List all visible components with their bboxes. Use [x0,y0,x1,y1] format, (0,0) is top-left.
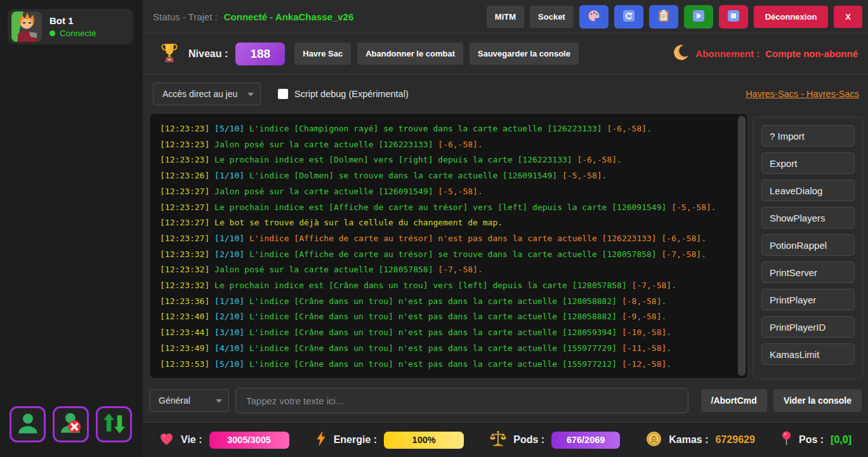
pods-badge: 676/2069 [551,432,620,449]
clipboard-button[interactable] [649,5,678,29]
console-log: [12:23:23] [5/10] L'indice [Champignon r… [150,114,736,378]
clipboard-icon [658,10,669,24]
vie-badge: 3005/3005 [209,432,289,449]
person-remove-icon [59,411,83,437]
sidebar-actions [10,406,132,442]
play-icon [692,10,705,24]
close-window-button[interactable]: X [834,6,862,28]
abandonner-combat-button[interactable]: Abandonner le combat [357,43,463,65]
add-player-button[interactable] [10,406,46,442]
script-debug-checkbox[interactable] [278,89,288,99]
havres-sacs-link[interactable]: Havres-Sacs - Havres-Sacs [746,89,859,99]
bot-status: Connecté [60,29,96,38]
topbar: Status - Trajet : Connecté - AnkaChasse_… [143,0,868,34]
command-button-leavedialog[interactable]: LeaveDialog [761,180,855,201]
chat-channel-value: Général [159,395,190,406]
abonnement-value: Compte non-abonné [765,48,858,59]
pods-group: Pods : 676/2069 [490,430,620,449]
command-button-printserver[interactable]: PrintServer [761,262,855,283]
trophy-icon [161,43,178,65]
app-window: Bot 1 Connecté [0,0,868,457]
deconnexion-button[interactable]: Déconnexion [754,6,829,28]
access-mode-value: Accès direct au jeu [162,89,237,99]
sauvegarder-console-button[interactable]: Sauvegarder la console [470,43,579,65]
kamas-group: Kamas : 6729629 [646,431,755,449]
bot-info: Bot 1 Connecté [49,15,96,38]
command-button-export[interactable]: Export [761,152,855,174]
console-line: [12:23:23] Jalon posé sur la carte actue… [160,137,736,153]
console-line: [12:23:32] [2/10] L'indice [Affiche de c… [160,247,736,263]
console-line: [12:23:23] [5/10] L'indice [Champignon r… [160,121,736,137]
chevron-down-icon [216,399,222,403]
console-line: [12:23:44] [3/10] L'indice [Crâne dans u… [160,325,736,341]
refresh-icon [622,10,635,24]
status-bar: Vie : 3005/3005 Energie : 100% [143,422,868,457]
row2-buttons: Havre Sac Abandonner le combat Sauvegard… [294,43,579,65]
console-line: [12:23:53] [5/10] L'indice [Crâne dans u… [160,357,736,373]
pos-group: Pos : [0,0] [781,431,852,449]
stop-icon [727,10,740,24]
stop-button[interactable] [719,5,748,29]
console-panel: [12:23:23] [5/10] L'indice [Champignon r… [149,113,748,379]
scales-icon [490,430,506,449]
energie-group: Energie : 100% [315,431,464,449]
havre-sac-button[interactable]: Havre Sac [294,43,351,65]
command-button-printplayerid[interactable]: PrintPlayerID [761,316,855,338]
options-row: Accès direct au jeu Script debug (Expéri… [143,74,868,113]
energie-label: Energie : [334,434,377,446]
sidebar: Bot 1 Connecté [0,0,143,457]
command-button-import[interactable]: ? Import [761,125,855,147]
command-button-printplayer[interactable]: PrintPlayer [761,289,855,310]
vie-group: Vie : 3005/3005 [159,432,289,449]
chevron-down-icon [247,93,254,96]
abonnement-group: Abonnement : Compte non-abonné [674,44,858,63]
bot-card[interactable]: Bot 1 Connecté [8,9,133,44]
main-area: Status - Trajet : Connecté - AnkaChasse_… [143,0,868,457]
command-panel: ? ImportExportLeaveDialogShowPlayersPoti… [753,117,863,379]
lightning-icon [315,431,327,449]
vider-console-button[interactable]: Vider la console [773,389,862,412]
status-dot [49,30,55,36]
palette-icon [588,10,600,24]
console-line: [12:23:27] Le bot se trouve déjà sur la … [160,215,736,231]
coin-icon [646,431,662,449]
avatar [11,11,42,42]
status-trajet-label: Status - Trajet : [153,11,218,22]
socket-button[interactable]: Socket [530,6,574,28]
console-scrollbar[interactable] [737,115,746,377]
kamas-value: 6729629 [716,434,755,446]
theme-button[interactable] [579,5,608,29]
console-line: [12:23:49] [4/10] L'indice [Crâne dans u… [160,341,736,357]
console-line: [12:23:27] [1/10] L'indice [Affiche de c… [160,231,736,247]
chat-input[interactable] [235,388,688,413]
pos-value: [0,0] [831,434,852,446]
abort-cmd-button[interactable]: /AbortCmd [701,389,767,412]
pods-label: Pods : [513,434,544,446]
vie-label: Vie : [181,434,202,446]
person-icon [16,411,40,437]
niveau-label: Niveau : [188,48,228,60]
chat-channel-select[interactable]: Général [149,389,229,412]
mitm-button[interactable]: MiTM [487,6,524,28]
command-button-kamaslimit[interactable]: KamasLimit [761,343,855,365]
status-trajet-value: Connecté - AnkaChasse_v26 [224,11,354,22]
bot-name: Bot 1 [49,15,96,26]
console-line: [12:23:27] Le prochain indice est [Affic… [160,200,736,216]
console-line: [12:23:40] [2/10] L'indice [Crâne dans u… [160,309,736,325]
script-debug-label: Script debug (Expérimental) [294,89,409,99]
niveau-badge: 188 [235,43,285,65]
scrollbar-thumb[interactable] [738,116,746,376]
remove-player-button[interactable] [53,406,89,442]
access-mode-select[interactable]: Accès direct au jeu [153,83,261,105]
kamas-label: Kamas : [669,434,708,446]
play-button[interactable] [684,5,713,29]
level-row: Niveau : 188 Havre Sac Abandonner le com… [143,34,868,74]
arrows-up-down-icon [102,411,126,437]
command-button-potionrappel[interactable]: PotionRappel [761,234,855,256]
sort-players-button[interactable] [96,406,132,442]
command-button-showplayers[interactable]: ShowPlayers [761,207,855,228]
console-line: [12:23:36] [1/10] L'indice [Crâne dans u… [160,294,736,310]
console-line: [12:23:26] [1/10] L'indice [Dolmen] se t… [160,168,736,184]
refresh-button[interactable] [614,5,643,29]
moon-icon [674,44,689,63]
